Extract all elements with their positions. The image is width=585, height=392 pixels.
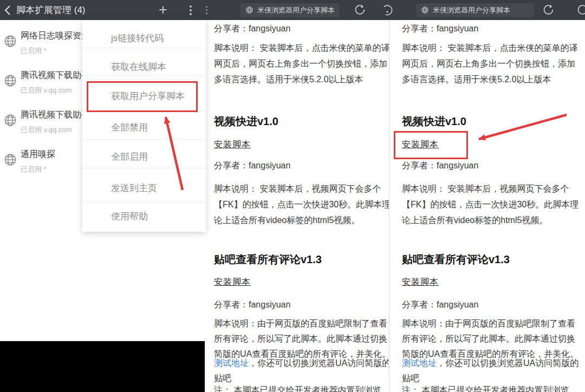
- address-bar-mid[interactable]: 米侠浏览器用户分享脚本: [240, 0, 340, 20]
- address-bar-right[interactable]: 米侠浏览器用户分享脚本: [416, 0, 534, 20]
- desc-line: 论上适合所有video标签的html5视频。: [214, 214, 360, 226]
- menu-item-online-scripts[interactable]: 获取在线脚本: [111, 61, 166, 73]
- script-heading-tieba: 贴吧查看所有评论v1.3: [214, 253, 322, 265]
- script-heading-video: 视频快进v1.0: [214, 115, 278, 127]
- desc-line: 所有评论，所以写了此脚本。此脚本通过切换: [214, 333, 387, 345]
- sharer-line: 分享者：fangsiyuan: [214, 160, 290, 172]
- browser-page-right: 分享者：fangsiyuan 脚本说明： 安装脚本后，点击米侠的菜单的译 网页后…: [389, 20, 585, 392]
- kebab-icon: [187, 3, 194, 17]
- note-line: 注： 本脚本已提交给开发者推荐内置到浏览: [214, 384, 381, 392]
- browser-menu-button-mid[interactable]: [204, 0, 210, 20]
- kebab-icon: [204, 4, 210, 16]
- page-title: 脚本扩展管理 (4): [16, 4, 86, 16]
- desc-line: 脚本说明： 安装脚本后，点击米侠的菜单的译: [402, 42, 577, 54]
- globe-icon: [3, 153, 17, 167]
- sharer-line: 分享者：fangsiyuan: [214, 299, 290, 311]
- refresh-button-right[interactable]: [542, 0, 555, 20]
- script-status: 已启用 *: [21, 46, 47, 56]
- panel-divider: [389, 20, 389, 392]
- globe-icon: [245, 6, 253, 14]
- desc-line-with-link: 测试地址，你还可以切换浏览器UA访问简版的: [214, 357, 389, 369]
- red-highlight-box: [87, 81, 198, 112]
- refresh-button-mid[interactable]: [354, 0, 366, 20]
- desc-line: 脚本说明：由于网页版的百度贴吧限制了查看: [402, 318, 575, 330]
- desc-line: 贴吧: [214, 373, 231, 384]
- back-button[interactable]: [4, 0, 11, 20]
- globe-icon: [3, 34, 17, 48]
- install-script-link[interactable]: 安装脚本: [214, 139, 251, 151]
- redacted-black-region: [0, 341, 205, 392]
- address-title: 米侠浏览器用户分享脚本: [433, 5, 510, 15]
- screenshot-root: 脚本扩展管理 (4) + 米侠浏览器用户分享脚本 米侠浏览器用户分享脚本: [0, 0, 585, 392]
- desc-line: 所有评论，所以写了此脚本。此脚本通过切换: [402, 333, 575, 345]
- test-url-link[interactable]: 测试地址: [214, 358, 249, 368]
- menu-item-js-link[interactable]: js链接转代码: [111, 32, 164, 44]
- refresh-icon: [542, 4, 555, 16]
- globe-icon: [3, 113, 17, 127]
- desc-line: 贴吧: [402, 373, 419, 384]
- chevron-left-icon: [4, 5, 11, 16]
- desc-line: 脚本说明： 安装脚本后，视频网页下会多个: [402, 183, 569, 195]
- overflow-dropdown-menu: js链接转代码 获取在线脚本 获取用户分享脚本 全部禁用 全部启用 发送到主页 …: [82, 20, 206, 232]
- globe-icon: [421, 6, 429, 14]
- sharer-line: 分享者：fangsiyuan: [214, 23, 290, 35]
- red-highlight-box: [394, 131, 468, 159]
- history-button[interactable]: [381, 0, 394, 20]
- desc-line: 多语言选择。适用于米侠5.2.0以上版本: [214, 74, 363, 86]
- top-bar: 脚本扩展管理 (4) + 米侠浏览器用户分享脚本 米侠浏览器用户分享脚本: [0, 0, 585, 20]
- refresh-icon-clipped: [576, 0, 585, 20]
- desc-line-with-link: 测试地址，你还可以切换浏览器UA访问简版的: [402, 357, 578, 369]
- desc-line: 【FK】的按钮，点击一次快进30秒。此脚本理: [214, 199, 389, 211]
- script-heading-tieba: 贴吧查看所有评论v1.3: [402, 253, 510, 265]
- overflow-menu-button[interactable]: [187, 0, 194, 20]
- script-status: 已启用 v.qq.com: [21, 125, 72, 135]
- script-title: 网络日志嗅探资源: [21, 30, 90, 42]
- note-line: 注： 本脚本已提交给开发者推荐内置到浏览: [402, 384, 569, 392]
- script-status: 已启用 *: [21, 165, 47, 174]
- menu-item-enable-all[interactable]: 全部启用: [111, 151, 148, 163]
- script-heading-video: 视频快进v1.0: [402, 115, 466, 127]
- sharer-line: 分享者：fangsiyuan: [402, 160, 478, 172]
- desc-line: 多语言选择。适用于米侠5.2.0以上版本: [402, 74, 551, 86]
- desc-line: 脚本说明： 安装脚本后，视频网页下会多个: [214, 183, 381, 195]
- refresh-icon: [354, 4, 366, 16]
- menu-item-send-to-home[interactable]: 发送到主页: [111, 182, 157, 194]
- script-title: 腾讯视频下载助手: [21, 70, 90, 81]
- desc-line: 网页后，网页右上角多出一个切换按钮，添加: [214, 58, 387, 70]
- script-status: 已启用 v.qq.com: [21, 86, 72, 95]
- browser-page-middle: 分享者：fangsiyuan 脚本说明： 安装脚本后，点击米侠的菜单的译 网页后…: [206, 20, 389, 392]
- script-title: 腾讯视频下载助手: [21, 109, 90, 121]
- test-url-link[interactable]: 测试地址: [402, 358, 437, 368]
- add-script-button[interactable]: +: [159, 0, 167, 20]
- desc-line: 脚本说明： 安装脚本后，点击米侠的菜单的译: [214, 42, 389, 54]
- desc-line: 【FK】的按钮，点击一次快进30秒。此脚本理: [402, 199, 578, 211]
- desc-line: 脚本说明：由于网页版的百度贴吧限制了查看: [214, 318, 387, 330]
- refresh-history-icon: [381, 4, 394, 16]
- desc-line: 论上适合所有video标签的html5视频。: [402, 214, 548, 226]
- sharer-line: 分享者：fangsiyuan: [402, 23, 478, 35]
- install-script-link[interactable]: 安装脚本: [214, 276, 251, 288]
- menu-item-disable-all[interactable]: 全部禁用: [111, 121, 148, 134]
- address-title: 米侠浏览器用户分享脚本: [257, 5, 335, 15]
- desc-line: 网页后，网页右上角多出一个切换按钮，添加: [402, 58, 575, 70]
- sharer-line: 分享者：fangsiyuan: [402, 299, 478, 311]
- script-title: 通用嗅探: [21, 149, 55, 160]
- menu-item-help[interactable]: 使用帮助: [111, 210, 148, 223]
- plus-icon: +: [159, 3, 167, 17]
- globe-icon: [3, 74, 17, 88]
- install-script-link[interactable]: 安装脚本: [402, 276, 439, 288]
